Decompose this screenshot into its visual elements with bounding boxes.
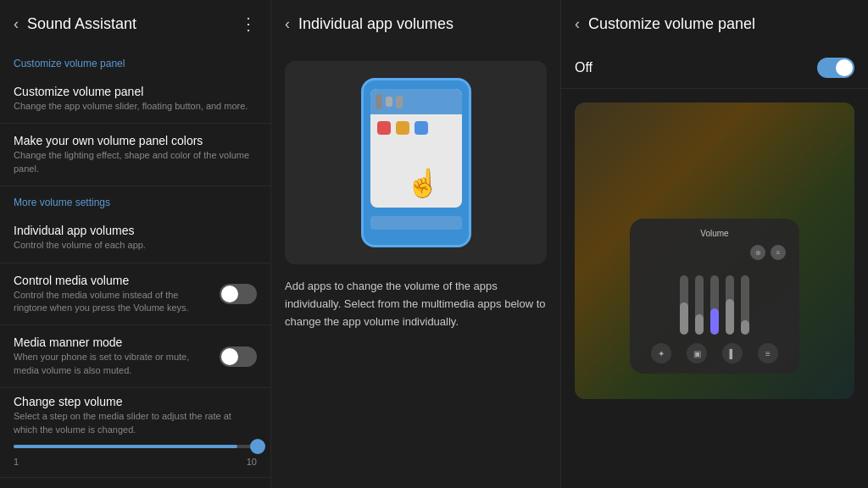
right-header: ‹ Customize volume panel — [561, 0, 868, 47]
slider-track[interactable] — [14, 445, 257, 448]
right-header-left: ‹ Customize volume panel — [575, 15, 755, 33]
off-label: Off — [575, 60, 593, 75]
widget-chart-icon: ▌ — [722, 343, 743, 363]
setting-media-manner[interactable]: Media manner mode When your phone is set… — [0, 325, 270, 388]
right-panel: ‹ Customize volume panel Off Volume ⊕ ≡ — [561, 0, 868, 488]
setting-text: Media manner mode When your phone is set… — [14, 336, 220, 377]
w-slider-1 — [680, 275, 688, 335]
setting-text: Make your own volume panel colors Change… — [14, 134, 257, 175]
setting-desc: Change the app volume slider, floating b… — [14, 100, 250, 113]
w-slider-fill-4 — [726, 299, 734, 335]
section-label-media-key: Media key shortcuts — [0, 478, 270, 488]
middle-header-left: ‹ Individual app volumes — [285, 15, 453, 33]
middle-header: ‹ Individual app volumes — [271, 0, 560, 47]
w-slider-5 — [741, 275, 749, 335]
widget-title: Volume — [643, 229, 786, 238]
setting-desc: Control the media volume instead of the … — [14, 289, 213, 315]
slider-min: 1 — [14, 457, 19, 467]
setting-text: Control media volume Control the media v… — [14, 274, 220, 315]
widget-bt-icon: ✦ — [651, 343, 671, 363]
media-manner-toggle[interactable] — [220, 347, 257, 367]
w-slider-3 — [710, 275, 719, 335]
section-label-more-volume: More volume settings — [0, 186, 270, 214]
slider-max: 10 — [247, 457, 257, 467]
phone-illustration-box: ☝ — [285, 61, 547, 264]
setting-text: Individual app volumes Control the volum… — [14, 224, 257, 252]
slider-labels: 1 10 — [14, 457, 257, 467]
dots-row — [370, 114, 462, 141]
setting-title: Individual app volumes — [14, 224, 250, 237]
phone-bottom-bar — [370, 216, 462, 230]
setting-title: Control media volume — [14, 274, 213, 287]
left-header: ‹ Sound Assistant ⋮ — [0, 0, 270, 47]
w-slider-4 — [726, 275, 734, 335]
right-title: Customize volume panel — [588, 15, 755, 33]
screen-top-bar — [370, 89, 462, 114]
setting-desc: Change the lighting effect, shape and co… — [14, 149, 250, 175]
left-header-left: ‹ Sound Assistant — [14, 15, 136, 33]
volume-preview: Volume ⊕ ≡ — [575, 103, 854, 399]
w-slider-track-3 — [710, 275, 719, 335]
w-slider-fill-5 — [741, 320, 749, 336]
section-label-customize: Customize volume panel — [0, 47, 270, 75]
dot-red — [377, 121, 391, 135]
right-main-toggle[interactable] — [817, 58, 854, 78]
widget-bottom-icons: ✦ ▣ ▌ ≡ — [643, 343, 786, 363]
w-slider-track-2 — [695, 275, 704, 335]
w-slider-2 — [695, 275, 704, 335]
setting-text: Customize volume panel Change the app vo… — [14, 85, 257, 113]
setting-title: Media manner mode — [14, 336, 213, 349]
right-back-icon[interactable]: ‹ — [575, 15, 580, 33]
middle-panel: ‹ Individual app volumes — [271, 0, 561, 488]
widget-menu-icon: ≡ — [758, 343, 778, 363]
left-back-icon[interactable]: ‹ — [14, 15, 19, 33]
setting-desc: Control the volume of each app. — [14, 239, 250, 252]
left-panel: ‹ Sound Assistant ⋮ Customize volume pan… — [0, 0, 271, 488]
widget-icon-1: ⊕ — [750, 245, 765, 260]
setting-desc: When your phone is set to vibrate or mut… — [14, 351, 213, 377]
setting-title: Customize volume panel — [14, 85, 250, 98]
middle-description: Add apps to change the volume of the app… — [271, 278, 560, 344]
setting-customize-volume[interactable]: Customize volume panel Change the app vo… — [0, 75, 270, 124]
left-content: Customize volume panel Customize volume … — [0, 47, 270, 488]
dot-blue — [415, 121, 428, 135]
slider-title: Change step volume — [14, 395, 257, 408]
setting-make-own-colors[interactable]: Make your own volume panel colors Change… — [0, 124, 270, 186]
w-slider-track-5 — [741, 275, 749, 335]
middle-back-icon[interactable]: ‹ — [285, 15, 290, 33]
w-slider-fill-1 — [680, 302, 688, 336]
phone-screen: ☝ — [370, 89, 462, 208]
slider-desc: Select a step on the media slider to adj… — [14, 410, 257, 436]
volume-bar-2 — [386, 97, 392, 107]
control-media-toggle[interactable] — [220, 284, 257, 304]
widget-sliders — [643, 267, 786, 335]
w-slider-fill-3 — [710, 308, 719, 336]
slider-thumb[interactable] — [250, 439, 265, 454]
setting-title: Make your own volume panel colors — [14, 134, 250, 147]
setting-individual-app[interactable]: Individual app volumes Control the volum… — [0, 214, 270, 263]
volume-bar-1 — [376, 94, 382, 109]
phone-body: ☝ — [361, 78, 471, 247]
slider-fill — [14, 445, 237, 448]
widget-cam-icon: ▣ — [687, 343, 707, 363]
w-slider-track-1 — [680, 275, 688, 335]
left-title: Sound Assistant — [27, 15, 136, 33]
right-off-toggle-row: Off — [561, 47, 868, 89]
dot-orange — [396, 121, 409, 135]
slider-change-step: Change step volume Select a step on the … — [0, 388, 270, 478]
left-more-icon[interactable]: ⋮ — [240, 14, 257, 34]
hand-cursor-icon: ☝ — [406, 167, 440, 199]
volume-bar-3 — [396, 96, 403, 108]
volume-panel-widget: Volume ⊕ ≡ — [630, 219, 799, 374]
setting-control-media[interactable]: Control media volume Control the media v… — [0, 263, 270, 326]
w-slider-fill-2 — [695, 314, 704, 336]
widget-top-icons: ⊕ ≡ — [643, 245, 786, 260]
middle-title: Individual app volumes — [298, 15, 453, 33]
w-slider-track-4 — [726, 275, 734, 335]
widget-icon-2: ≡ — [771, 245, 786, 260]
